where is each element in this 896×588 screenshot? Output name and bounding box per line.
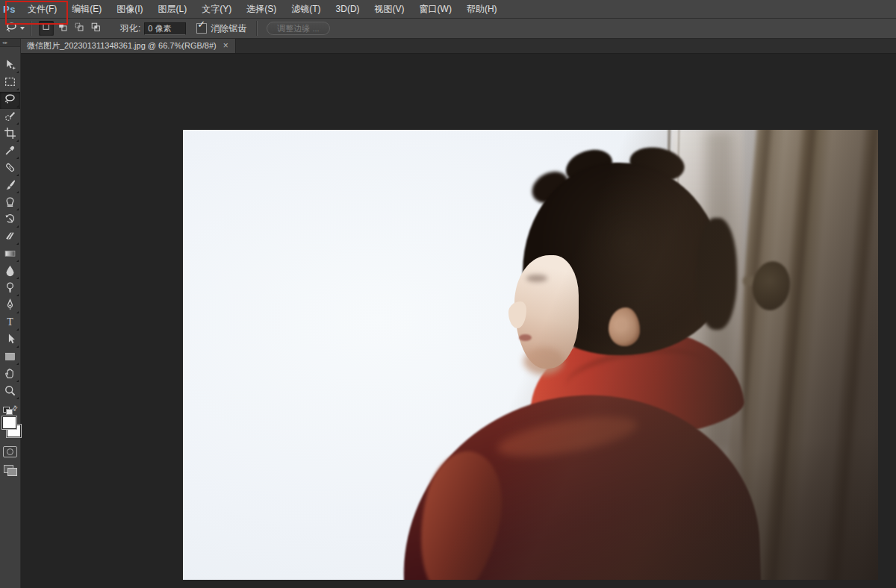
crop-tool[interactable] (0, 126, 20, 143)
flyout-corner-icon (16, 363, 19, 365)
new-selection-button[interactable] (39, 21, 54, 36)
blur-tool-icon (4, 264, 16, 280)
collapse-panel-icon: ◂▸ (2, 40, 8, 45)
photo-glass-edge-line (658, 130, 671, 580)
flyout-corner-icon (16, 243, 19, 245)
flyout-corner-icon (16, 277, 19, 279)
menu-bar: Ps 文件(F)编辑(E)图像(I)图层(L)文字(Y)选择(S)滤镜(T)3D… (0, 0, 896, 19)
crop-tool-icon (4, 127, 16, 143)
eyedropper-tool[interactable] (0, 143, 20, 160)
feather-label: 羽化: (120, 22, 140, 35)
chevron-down-icon (20, 27, 25, 30)
menu-item-help[interactable]: 帮助(H) (459, 0, 505, 18)
history-brush-tool[interactable] (0, 212, 20, 229)
rect-marquee-tool-icon (4, 75, 16, 91)
subtract-from-selection-button[interactable] (72, 21, 87, 36)
brush-tool-icon (4, 178, 16, 194)
document-tab-title: 微信图片_202301311348361.jpg @ 66.7%(RGB/8#) (27, 40, 217, 51)
svg-text:T: T (7, 316, 13, 328)
photo-hood-fold (562, 340, 710, 411)
add-to-selection-button[interactable] (55, 21, 70, 36)
tools-list: T (0, 47, 20, 401)
feather-input[interactable] (144, 22, 186, 35)
check-icon: ✓ (197, 19, 205, 30)
zoom-tool[interactable] (0, 384, 20, 401)
menu-item-window[interactable]: 窗口(W) (412, 0, 459, 18)
healing-brush-tool-icon (4, 161, 16, 177)
lasso-tool-icon (4, 93, 16, 108)
intersect-selection-button[interactable] (88, 21, 103, 36)
menu-item-image[interactable]: 图像(I) (109, 0, 150, 18)
flyout-corner-icon (16, 174, 19, 176)
photo-jacket-arm (403, 443, 514, 580)
quick-selection-tool[interactable] (0, 109, 20, 126)
menu-item-3d[interactable]: 3D(D) (329, 0, 367, 18)
close-icon[interactable]: × (223, 41, 228, 50)
document-canvas-image[interactable] (183, 130, 878, 580)
move-tool[interactable] (0, 57, 20, 75)
eraser-tool-icon (4, 230, 16, 245)
healing-brush-tool[interactable] (0, 160, 20, 178)
photo-background (183, 130, 878, 580)
type-tool[interactable]: T (0, 315, 20, 332)
flyout-corner-icon (16, 294, 19, 296)
flyout-corner-icon (16, 88, 19, 90)
flyout-corner-icon (16, 225, 19, 228)
path-selection-tool[interactable] (0, 332, 20, 349)
flyout-corner-icon (16, 311, 19, 313)
document-tab[interactable]: 微信图片_202301311348361.jpg @ 66.7%(RGB/8#)… (20, 37, 236, 53)
screen-mode-button[interactable] (4, 465, 16, 475)
photoshop-window: Ps 文件(F)编辑(E)图像(I)图层(L)文字(Y)选择(S)滤镜(T)3D… (0, 0, 896, 588)
photoshop-logo-icon: Ps (3, 4, 16, 15)
pen-tool-icon (4, 298, 16, 314)
flyout-corner-icon (16, 140, 19, 142)
quick-mask-button[interactable] (3, 446, 17, 457)
menu-items: 文件(F)编辑(E)图像(I)图层(L)文字(Y)选择(S)滤镜(T)3D(D)… (20, 0, 505, 18)
gradient-tool[interactable] (0, 246, 20, 263)
rect-marquee-tool[interactable] (0, 75, 20, 92)
photo-face-profile (514, 255, 579, 369)
lasso-icon (5, 21, 18, 36)
menu-item-file[interactable]: 文件(F) (20, 0, 64, 18)
tool-preset-picker[interactable] (5, 21, 25, 36)
photo-lips (519, 334, 532, 341)
menu-item-edit[interactable]: 编辑(E) (64, 0, 109, 18)
photo-jaw-shadow (523, 348, 564, 375)
blur-tool[interactable] (0, 263, 20, 281)
path-selection-tool-icon (4, 333, 16, 348)
document-tab-bar: 微信图片_202301311348361.jpg @ 66.7%(RGB/8#)… (0, 37, 896, 54)
shape-tool[interactable] (0, 349, 20, 366)
photo-brow-shadow (526, 275, 547, 282)
menu-item-type[interactable]: 文字(Y) (194, 0, 239, 18)
photo-red-hood (522, 320, 747, 451)
foreground-color-swatch[interactable] (2, 416, 16, 429)
eraser-tool[interactable] (0, 229, 20, 246)
add-to-selection-icon (58, 22, 68, 34)
gradient-tool-icon (4, 247, 16, 263)
photo-dark-reflection-overlay (183, 130, 878, 580)
brush-tool[interactable] (0, 178, 20, 195)
flyout-corner-icon (16, 157, 19, 159)
photo-door-frame-light (672, 130, 743, 580)
menu-item-layer[interactable]: 图层(L) (151, 0, 195, 18)
photo-jacket (398, 390, 762, 580)
refine-edge-button[interactable]: 调整边缘 ... (267, 22, 329, 35)
zoom-tool-icon (4, 384, 16, 400)
separator (256, 21, 258, 36)
eyedropper-tool-icon (4, 144, 16, 160)
photo-door-knob (750, 259, 794, 313)
intersect-selection-icon (91, 22, 101, 34)
menu-item-filter[interactable]: 滤镜(T) (284, 0, 328, 18)
flyout-corner-icon (16, 260, 19, 262)
lasso-tool[interactable] (0, 92, 20, 109)
anti-alias-checkbox[interactable]: ✓ (196, 23, 207, 34)
selection-mode-group (38, 21, 104, 36)
menu-item-view[interactable]: 视图(V) (367, 0, 412, 18)
tools-panel: ◂▸ T ⇄ (0, 37, 21, 588)
hand-tool[interactable] (0, 366, 20, 384)
pen-tool[interactable] (0, 298, 20, 315)
menu-item-select[interactable]: 选择(S) (239, 0, 284, 18)
clone-stamp-tool[interactable] (0, 195, 20, 212)
photo-hair-back (697, 218, 737, 330)
dodge-tool[interactable] (0, 281, 20, 298)
